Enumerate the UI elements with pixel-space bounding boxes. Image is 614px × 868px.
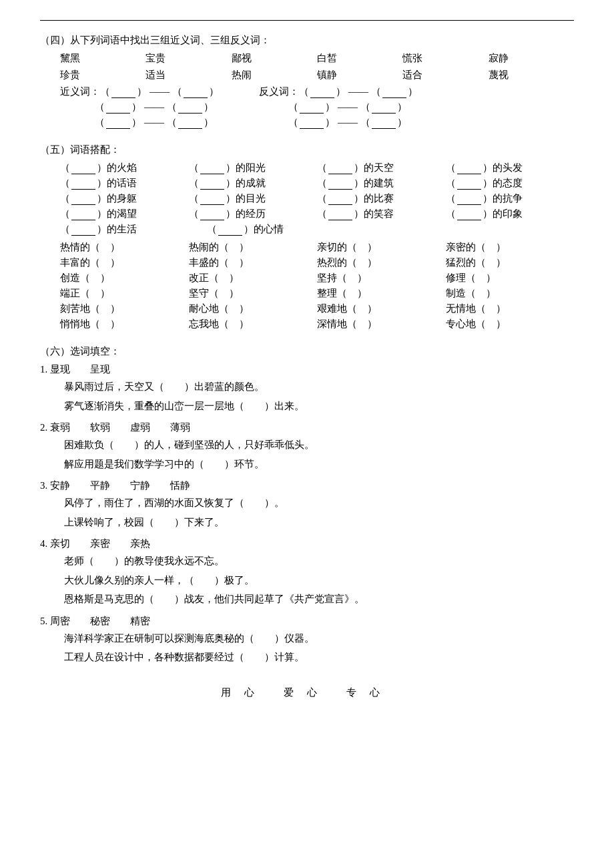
- choice-item-4: 4. 亲切 亲密 亲热 老师（ ）的教导使我永远不忘。 大伙儿像久别的亲人一样，…: [40, 537, 574, 608]
- syn-blank-3[interactable]: [106, 101, 130, 114]
- choice-4-sentence-2: 大伙儿像久别的亲人一样，（ ）极了。: [64, 572, 574, 590]
- ant-paren-3: ）: [408, 85, 418, 98]
- word-7: 珍贵: [60, 69, 145, 81]
- ant-blank-6[interactable]: [372, 117, 396, 129]
- adj-row-4: 端正（ ） 坚守（ ） 整理（ ） 制造（ ）: [60, 287, 574, 300]
- choice-2-word-2: 软弱: [90, 421, 110, 434]
- choice-2-sentence-1: 困难欺负（ ）的人，碰到坚强的人，只好乖乖低头。: [64, 437, 574, 454]
- ant-blank-1[interactable]: [310, 86, 334, 98]
- choice-3-sentence-2: 上课铃响了，校园（ ）下来了。: [64, 514, 574, 531]
- syn-blank-1[interactable]: [111, 86, 135, 98]
- adj-row-3: 创造（ ） 改正（ ） 坚持（ ） 修理（ ）: [60, 272, 574, 284]
- word-8: 适当: [145, 69, 231, 81]
- de-row-4: （ ）的渴望 （ ）的经历 （ ）的笑容 （ ）的印象: [60, 208, 574, 220]
- ant-blank-2[interactable]: [382, 86, 406, 98]
- choice-2-word-4: 薄弱: [170, 421, 190, 434]
- antonym-label: 反义词：（: [259, 85, 309, 98]
- choice-4-number: 4. 亲切: [40, 537, 70, 550]
- word-5: 慌张: [402, 52, 488, 65]
- ant-blank-5[interactable]: [300, 117, 324, 129]
- word-grid-row1: 黧黑 宝贵 鄙视 白皙 慌张 寂静: [60, 52, 574, 65]
- ant-blank-3[interactable]: [300, 101, 324, 114]
- word-12: 蔑视: [489, 69, 574, 81]
- choice-5-word-3: 精密: [130, 615, 150, 628]
- choice-5-word-2: 秘密: [90, 615, 110, 628]
- adj-row-5: 刻苦地（ ） 耐心地（ ） 艰难地（ ） 无情地（ ）: [60, 302, 574, 315]
- syn-blank-4[interactable]: [178, 101, 202, 114]
- ant-paren-1: ）: [336, 85, 346, 98]
- choice-3-word-4: 恬静: [170, 479, 190, 492]
- choice-5-number: 5. 周密: [40, 615, 70, 628]
- choice-4-word-2: 亲密: [90, 537, 110, 550]
- choice-2-number: 2. 衰弱: [40, 421, 70, 434]
- section-four-title: （四）从下列词语中找出三组近义词、三组反义词：: [40, 34, 574, 47]
- word-10: 镇静: [317, 69, 402, 81]
- choice-5-sentence-1: 海洋科学家正在研制可以探测海底奥秘的（ ）仪器。: [64, 630, 574, 648]
- word-grid-row2: 珍贵 适当 热闹 镇静 适合 蔑视: [60, 69, 574, 81]
- choice-3-number: 3. 安静: [40, 479, 70, 492]
- word-11: 适合: [402, 69, 488, 81]
- ant-blank-4[interactable]: [372, 101, 396, 114]
- section-six: （六）选词填空： 1. 显现 呈现 暴风雨过后，天空又（ ）出碧蓝的颜色。 雾气…: [40, 345, 574, 666]
- word-3: 鄙视: [232, 52, 317, 65]
- choice-item-2: 2. 衰弱 软弱 虚弱 薄弱 困难欺负（ ）的人，碰到坚强的人，只好乖乖低头。 …: [40, 421, 574, 473]
- syn-blank-2[interactable]: [184, 86, 208, 98]
- choice-5-sentence-2: 工程人员在设计中，各种数据都要经过（ ）计算。: [64, 649, 574, 666]
- choice-1-word-2: 呈现: [90, 363, 110, 376]
- choice-item-5: 5. 周密 秘密 精密 海洋科学家正在研制可以探测海底奥秘的（ ）仪器。 工程人…: [40, 615, 574, 666]
- choice-3-word-3: 宁静: [130, 479, 150, 492]
- syn-paren-3: ）: [209, 85, 219, 98]
- choice-1-sentence-1: 暴风雨过后，天空又（ ）出碧蓝的颜色。: [64, 379, 574, 396]
- section-six-title: （六）选词填空：: [40, 345, 574, 358]
- ant-paren-2: （: [371, 85, 381, 98]
- top-divider: [40, 20, 574, 21]
- de-row-3: （ ）的身躯 （ ）的目光 （ ）的比赛 （ ）的抗争: [60, 192, 574, 205]
- footer-text: 用心 爱心 专心: [40, 686, 574, 699]
- adj-row-1: 热情的（ ） 热闹的（ ） 亲切的（ ） 亲密的（ ）: [60, 241, 574, 254]
- section-five-title: （五）词语搭配：: [40, 144, 574, 156]
- section-five: （五）词语搭配： （ ）的火焰 （ ）的阳光 （ ）的天空 （ ）的头发 （ ）…: [40, 144, 574, 331]
- word-2: 宝贵: [145, 52, 231, 65]
- syn-paren-2: （: [172, 85, 182, 98]
- section-four: （四）从下列词语中找出三组近义词、三组反义词： 黧黑 宝贵 鄙视 白皙 慌张 寂…: [40, 34, 574, 129]
- choice-3-word-2: 平静: [90, 479, 110, 492]
- syn-blank-6[interactable]: [178, 117, 202, 129]
- de-row-5: （ ）的生活 （ ）的心情: [60, 223, 574, 236]
- de-row-2: （ ）的话语 （ ）的成就 （ ）的建筑 （ ）的态度: [60, 177, 574, 190]
- choice-2-sentence-2: 解应用题是我们数学学习中的（ ）环节。: [64, 456, 574, 473]
- choice-1-sentence-2: 雾气逐渐消失，重叠的山峦一层一层地（ ）出来。: [64, 398, 574, 415]
- choice-2-word-3: 虚弱: [130, 421, 150, 434]
- choice-3-sentence-1: 风停了，雨住了，西湖的水面又恢复了（ ）。: [64, 495, 574, 512]
- de-row-1: （ ）的火焰 （ ）的阳光 （ ）的天空 （ ）的头发: [60, 162, 574, 174]
- adj-row-2: 丰富的（ ） 丰盛的（ ） 热烈的（ ） 猛烈的（ ）: [60, 256, 574, 269]
- choice-1-number: 1. 显现: [40, 363, 70, 376]
- word-4: 白皙: [317, 52, 402, 65]
- syn-paren-1: ）: [137, 85, 147, 98]
- choice-4-sentence-3: 恩格斯是马克思的（ ）战友，他们共同起草了《共产党宣言》。: [64, 591, 574, 608]
- choice-item-1: 1. 显现 呈现 暴风雨过后，天空又（ ）出碧蓝的颜色。 雾气逐渐消失，重叠的山…: [40, 363, 574, 415]
- word-9: 热闹: [232, 69, 317, 81]
- adj-row-6: 悄悄地（ ） 忘我地（ ） 深情地（ ） 专心地（ ）: [60, 318, 574, 331]
- choice-4-word-3: 亲热: [130, 537, 150, 550]
- choice-item-3: 3. 安静 平静 宁静 恬静 风停了，雨住了，西湖的水面又恢复了（ ）。 上课铃…: [40, 479, 574, 531]
- word-1: 黧黑: [60, 52, 145, 65]
- choice-4-sentence-1: 老师（ ）的教导使我永远不忘。: [64, 553, 574, 570]
- synonym-label: 近义词：（: [60, 85, 110, 98]
- syn-blank-5[interactable]: [106, 117, 130, 129]
- word-6: 寂静: [489, 52, 574, 65]
